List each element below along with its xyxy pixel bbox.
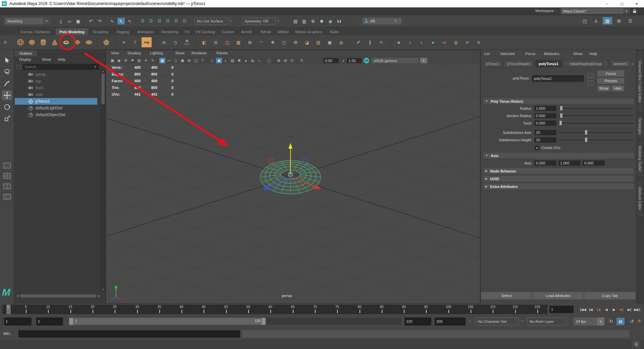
ae-menu-list[interactable]: List (484, 52, 495, 57)
lattice-cage-icon[interactable]: ▣ (325, 37, 335, 47)
marquee-select-icon[interactable] (16, 65, 21, 69)
select-object-icon[interactable]: ↖ (117, 18, 125, 24)
script-editor-button[interactable]: ☰ (632, 340, 641, 348)
anim-layer-dropdown[interactable]: No Anim Layer (527, 317, 567, 326)
combine-icon[interactable]: ⊞ (211, 37, 221, 47)
lock-camera-icon[interactable]: ◉ (116, 58, 122, 63)
pose-editor-icon[interactable]: ♙ (591, 17, 601, 24)
construction-aid-icon[interactable]: ⊕ (159, 37, 169, 47)
color-management-badge[interactable]: ON (364, 58, 369, 63)
uv-lattice-icon[interactable]: ◍ (451, 37, 461, 47)
playback-loop-icon[interactable]: ↻ (608, 318, 614, 325)
dock-tab-channel-box-layer-editor[interactable]: Channel Box / Layer Editor (637, 51, 643, 112)
ae-tab-ptorus1[interactable]: pTorus1 (482, 60, 502, 67)
resolution-gate-icon[interactable]: ◻ (173, 58, 179, 63)
svg-tool-icon[interactable]: svg (142, 37, 152, 47)
motion-blur-icon[interactable]: ≈ (256, 58, 262, 63)
step-forward-key-button[interactable]: ▶| (618, 305, 626, 313)
shelf-tab-mash[interactable]: MASH (276, 28, 290, 35)
outliner-search-input[interactable] (23, 64, 99, 70)
outliner-item-persp[interactable]: persp (14, 71, 101, 78)
animation-start-field[interactable]: 1 (4, 317, 32, 326)
horizontal-scrollbar-thumb[interactable] (20, 294, 97, 298)
modeling-toolkit-toggle-icon[interactable]: ⊞ (614, 17, 624, 24)
wireframe-on-shaded-icon[interactable]: ◐ (223, 58, 229, 63)
shelf-tab-motion-graphics[interactable]: Motion Graphics (290, 28, 327, 35)
poly-sphere-icon[interactable] (15, 37, 25, 47)
node-name-field[interactable] (532, 75, 584, 82)
status-line-grip[interactable] (1, 17, 3, 26)
chevron-down-icon[interactable]: ▼ (420, 58, 427, 63)
lasso-tool[interactable] (2, 67, 12, 77)
menu-set-dropdown[interactable]: Modeling▼ (5, 18, 50, 24)
append-polygon-icon[interactable]: ⊞ (245, 37, 255, 47)
workspace-dropdown[interactable]: Maya Classic* ▼ (561, 8, 630, 14)
select-tool[interactable] (2, 55, 12, 65)
scroll-right-arrow[interactable]: ▶ (97, 294, 101, 298)
current-frame-field[interactable]: 1 (549, 306, 574, 313)
spread-icon[interactable]: ❖ (268, 37, 278, 47)
workspace-lock-icon[interactable] (632, 8, 637, 14)
presets-button[interactable]: Presets (597, 78, 624, 84)
axis-field-1[interactable]: 1.000 (558, 160, 581, 166)
scale-tool[interactable] (2, 114, 12, 124)
viewport-menu-show[interactable]: Show (175, 51, 186, 56)
snap-to-grid-icon[interactable]: Ω (139, 18, 146, 24)
poly-cylinder-icon[interactable] (38, 37, 48, 47)
section-header-node-behavior[interactable]: ▶Node Behavior (483, 168, 634, 174)
field-chart-icon[interactable]: ⊞ (186, 58, 192, 63)
chevron-down-icon[interactable]: ▼ (94, 65, 98, 69)
section-header-uuid[interactable]: ▶UUID (483, 176, 634, 182)
ae-tab-initialshadinggroup[interactable]: initialShadingGroup (563, 60, 608, 67)
viewport-menu-view[interactable]: View (111, 51, 122, 56)
look-dev-icon[interactable]: ◉ (327, 18, 334, 24)
playback-end-field[interactable]: 120 (405, 317, 431, 326)
slider-handle[interactable] (585, 138, 587, 142)
x-ray-joints-icon[interactable]: ⊞ (282, 58, 288, 63)
snap-to-point-icon[interactable]: Ω (156, 18, 163, 24)
close-button[interactable]: ✕ (629, 0, 644, 7)
poly-plane-icon[interactable] (72, 37, 83, 47)
zero-transform-icon[interactable]: ✻0,0,0 (182, 37, 192, 47)
slider-track[interactable] (558, 140, 633, 140)
light-editor-icon[interactable]: ✺ (318, 18, 325, 24)
slider-track[interactable] (558, 123, 633, 123)
safe-action-icon[interactable]: ◫ (193, 58, 199, 63)
display-layers-toggle-icon[interactable]: ☰ (626, 17, 635, 24)
ae-menu-focus[interactable]: Focus (525, 52, 539, 57)
render-settings-icon[interactable]: ⚙ (309, 18, 317, 24)
go-to-start-button[interactable]: |◀◀ (579, 305, 587, 313)
x-ray-active-icon[interactable]: ⊡ (289, 58, 295, 63)
outliner-menu-display[interactable]: Display (19, 57, 37, 63)
section-header-axis[interactable]: ▼Axis (483, 153, 634, 158)
mel-command-input[interactable] (18, 330, 240, 338)
shelf-tab-xgen[interactable]: XGen (327, 28, 341, 35)
go-to-end-button[interactable]: ▶▶| (633, 305, 641, 313)
outliner-item-side[interactable]: side (14, 91, 101, 98)
section-header-poly-torus-history[interactable]: ▼Poly Torus History (483, 98, 634, 104)
screen-space-ao-icon[interactable]: ◍ (250, 58, 256, 63)
snap-to-curve-icon[interactable]: Ω (147, 18, 155, 24)
step-forward-frame-button[interactable]: ▶| (626, 305, 633, 313)
poly-torus-icon[interactable] (61, 37, 71, 47)
time-ruler[interactable]: 1510152025303540455055606570758085909510… (3, 305, 547, 314)
focus-button[interactable]: Focus (597, 70, 624, 77)
reset-transform-clock-icon[interactable]: ◷ (170, 37, 180, 47)
attr-field-subdivisions-axis[interactable]: 20 (534, 130, 556, 135)
two-d-pan-zoom-icon[interactable]: ✛ (143, 58, 149, 63)
poly-disc-icon[interactable] (84, 37, 94, 47)
x-ray-icon[interactable]: ⊠ (276, 58, 282, 63)
scroll-down-arrow[interactable]: ▼ (101, 287, 105, 291)
axis-field-0[interactable]: 0.000 (534, 160, 556, 166)
select-hierarchy-icon[interactable]: ↖ (109, 18, 116, 24)
dock-tab-attribute-editor[interactable]: Attribute Editor (637, 180, 643, 217)
viewport-menu-panels[interactable]: Panels (217, 51, 233, 56)
scrollbar-thumb[interactable] (101, 74, 105, 104)
extrude-corner-icon[interactable]: ◰ (279, 37, 289, 47)
multi-cut-icon[interactable]: ✐ (354, 37, 364, 47)
shelf-tab-rigging[interactable]: Rigging (113, 28, 133, 35)
attr-field-radius[interactable]: 1.000 (534, 106, 556, 111)
bend-icon[interactable]: ◠ (256, 37, 266, 47)
axis-field-2[interactable]: 0.000 (583, 160, 605, 166)
image-plane-icon[interactable]: ▤ (136, 58, 142, 63)
